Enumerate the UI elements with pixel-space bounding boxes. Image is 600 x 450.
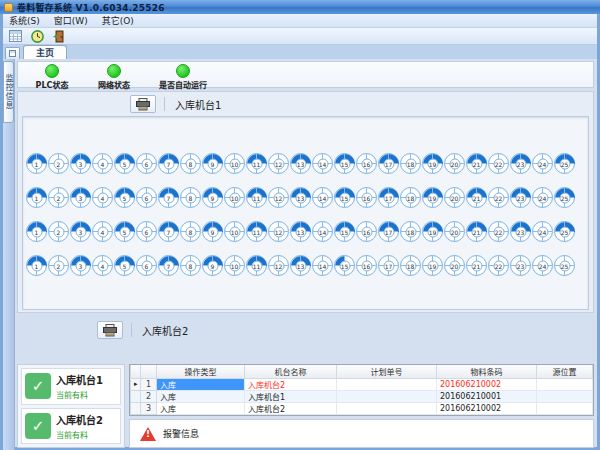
spool-slot[interactable]: 2: [48, 187, 69, 208]
spool-slot[interactable]: 3: [70, 221, 91, 242]
col-barcode[interactable]: 物料条码: [437, 365, 537, 378]
spool-slot[interactable]: 25: [554, 221, 575, 242]
spool-slot[interactable]: 4: [92, 153, 113, 174]
spool-slot[interactable]: 20: [444, 221, 465, 242]
spool-slot[interactable]: 5: [114, 153, 135, 174]
spool-slot[interactable]: 6: [136, 221, 157, 242]
spool-slot[interactable]: 11: [246, 255, 267, 276]
spool-slot[interactable]: 20: [444, 187, 465, 208]
spool-slot[interactable]: 20: [444, 255, 465, 276]
spool-slot[interactable]: 18: [400, 221, 421, 242]
spool-slot[interactable]: 8: [180, 255, 201, 276]
spool-slot[interactable]: 22: [488, 255, 509, 276]
spool-slot[interactable]: 15: [334, 187, 355, 208]
spool-slot[interactable]: 10: [224, 187, 245, 208]
spool-slot[interactable]: 12: [268, 187, 289, 208]
spool-slot[interactable]: 9: [202, 255, 223, 276]
spool-slot[interactable]: 9: [202, 153, 223, 174]
spool-slot[interactable]: 14: [312, 187, 333, 208]
spool-slot[interactable]: 12: [268, 221, 289, 242]
spool-slot[interactable]: 25: [554, 187, 575, 208]
spool-slot[interactable]: 3: [70, 153, 91, 174]
spool-slot[interactable]: 21: [466, 187, 487, 208]
spool-slot[interactable]: 21: [466, 153, 487, 174]
spool-slot[interactable]: 22: [488, 221, 509, 242]
collapsed-panel-tab[interactable]: [5, 47, 20, 59]
spool-slot[interactable]: 4: [92, 221, 113, 242]
spool-slot[interactable]: 14: [312, 221, 333, 242]
spool-slot[interactable]: 23: [510, 153, 531, 174]
spool-slot[interactable]: 5: [114, 187, 135, 208]
spool-slot[interactable]: 18: [400, 153, 421, 174]
print-button-station1[interactable]: [130, 95, 156, 113]
side-tab-monitor[interactable]: 监控信息: [3, 61, 14, 123]
spool-slot[interactable]: 19: [422, 187, 443, 208]
menu-other[interactable]: 其它(O): [102, 14, 134, 27]
spool-slot[interactable]: 19: [422, 153, 443, 174]
spool-slot[interactable]: 7: [158, 153, 179, 174]
spool-slot[interactable]: 13: [290, 187, 311, 208]
spool-slot[interactable]: 20: [444, 153, 465, 174]
spool-slot[interactable]: 2: [48, 153, 69, 174]
spool-slot[interactable]: 19: [422, 221, 443, 242]
tab-home[interactable]: 主页: [23, 45, 67, 59]
spool-slot[interactable]: 4: [92, 255, 113, 276]
spool-slot[interactable]: 17: [378, 187, 399, 208]
spool-slot[interactable]: 2: [48, 221, 69, 242]
spool-slot[interactable]: 7: [158, 221, 179, 242]
spool-slot[interactable]: 13: [290, 221, 311, 242]
spool-slot[interactable]: 8: [180, 187, 201, 208]
spool-slot[interactable]: 22: [488, 187, 509, 208]
spool-slot[interactable]: 4: [92, 187, 113, 208]
spool-slot[interactable]: 12: [268, 153, 289, 174]
spool-slot[interactable]: 25: [554, 255, 575, 276]
spool-slot[interactable]: 6: [136, 187, 157, 208]
spool-slot[interactable]: 7: [158, 255, 179, 276]
spool-slot[interactable]: 18: [400, 187, 421, 208]
spool-slot[interactable]: 11: [246, 187, 267, 208]
spool-slot[interactable]: 15: [334, 153, 355, 174]
menu-window[interactable]: 窗口(W): [54, 14, 88, 27]
spool-slot[interactable]: 5: [114, 255, 135, 276]
spool-slot[interactable]: 1: [26, 153, 47, 174]
spool-slot[interactable]: 11: [246, 221, 267, 242]
spool-slot[interactable]: 6: [136, 255, 157, 276]
calendar-icon[interactable]: [8, 30, 22, 43]
spool-slot[interactable]: 14: [312, 255, 333, 276]
spool-slot[interactable]: 5: [114, 221, 135, 242]
spool-slot[interactable]: 3: [70, 187, 91, 208]
col-machine[interactable]: 机台名称: [245, 365, 337, 378]
spool-slot[interactable]: 13: [290, 153, 311, 174]
spool-slot[interactable]: 17: [378, 221, 399, 242]
spool-slot[interactable]: 3: [70, 255, 91, 276]
spool-slot[interactable]: 25: [554, 153, 575, 174]
spool-slot[interactable]: 16: [356, 255, 377, 276]
spool-slot[interactable]: 15: [334, 221, 355, 242]
col-op-type[interactable]: 操作类型: [157, 365, 245, 378]
spool-slot[interactable]: 16: [356, 153, 377, 174]
spool-slot[interactable]: 1: [26, 255, 47, 276]
table-row[interactable]: ▸1入库入库机台2201606210002: [131, 378, 593, 390]
spool-slot[interactable]: 16: [356, 187, 377, 208]
col-src-pos[interactable]: 源位置: [537, 365, 593, 378]
spool-slot[interactable]: 19: [422, 255, 443, 276]
table-row[interactable]: 2入库入库机台1201606210001: [131, 390, 593, 402]
print-button-station2[interactable]: [97, 321, 123, 339]
spool-slot[interactable]: 10: [224, 221, 245, 242]
spool-slot[interactable]: 7: [158, 187, 179, 208]
spool-slot[interactable]: 16: [356, 221, 377, 242]
spool-slot[interactable]: 17: [378, 255, 399, 276]
spool-slot[interactable]: 23: [510, 255, 531, 276]
spool-slot[interactable]: 11: [246, 153, 267, 174]
spool-slot[interactable]: 9: [202, 221, 223, 242]
spool-slot[interactable]: 12: [268, 255, 289, 276]
spool-slot[interactable]: 21: [466, 221, 487, 242]
spool-slot[interactable]: 6: [136, 153, 157, 174]
spool-slot[interactable]: 15: [334, 255, 355, 276]
spool-slot[interactable]: 24: [532, 153, 553, 174]
spool-slot[interactable]: 8: [180, 153, 201, 174]
spool-slot[interactable]: 9: [202, 187, 223, 208]
spool-slot[interactable]: 17: [378, 153, 399, 174]
spool-slot[interactable]: 14: [312, 153, 333, 174]
spool-slot[interactable]: 10: [224, 153, 245, 174]
